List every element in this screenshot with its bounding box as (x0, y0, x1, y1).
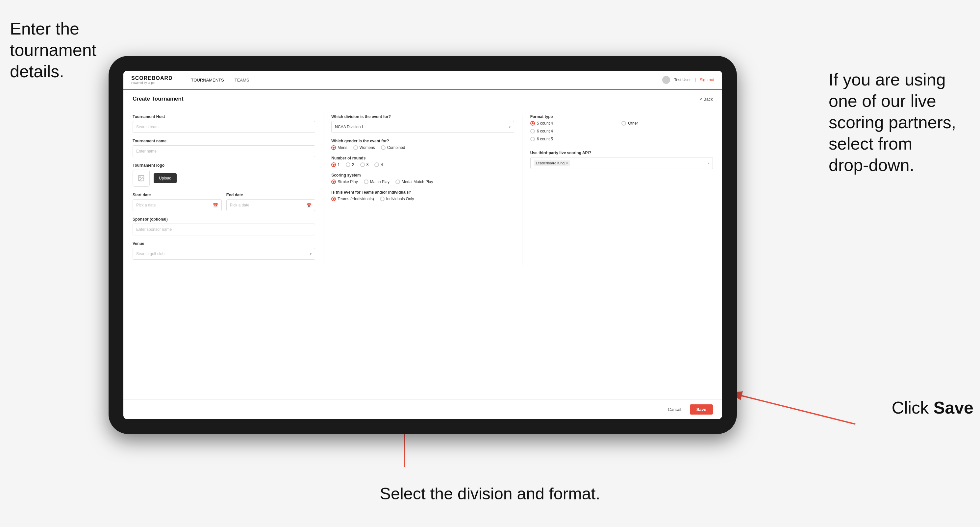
gender-combined-radio[interactable] (381, 145, 385, 150)
end-date-placeholder: Pick a date (230, 203, 249, 208)
venue-select[interactable]: Search golf club ▾ (132, 248, 315, 260)
venue-group: Venue Search golf club ▾ (132, 241, 315, 260)
rounds-radio-group: 1 2 3 4 (331, 162, 514, 167)
scoring-stroke[interactable]: Stroke Play (331, 179, 358, 184)
main-content: Create Tournament Back Tournament Host S… (123, 90, 722, 400)
tablet-screen: SCOREBOARD Powered by Clippi TOURNAMENTS… (123, 71, 722, 419)
navbar-right: Test User | Sign out (662, 76, 714, 84)
scoring-match-label: Match Play (370, 179, 390, 184)
individuals-label: Individuals Only (386, 197, 414, 201)
svg-line-7 (730, 393, 855, 424)
format-other[interactable]: Other (621, 121, 713, 125)
sponsor-group: Sponsor (optional) Enter sponsor name (132, 217, 315, 235)
sign-out-link[interactable]: Sign out (700, 78, 714, 82)
format-5c4-radio[interactable] (530, 121, 535, 125)
logo-placeholder (132, 170, 150, 187)
annotation-top-right: If you are using one of our live scoring… (829, 69, 970, 176)
back-link[interactable]: Back (700, 97, 713, 102)
gender-mens[interactable]: Mens (331, 145, 347, 150)
annotation-bottom-center: Select the division and format. (380, 484, 600, 504)
logo-label: Tournament logo (132, 163, 315, 168)
round-3[interactable]: 3 (360, 162, 369, 167)
round-1-radio[interactable] (331, 162, 336, 167)
nav-teams[interactable]: TEAMS (229, 71, 255, 90)
format-6c5[interactable]: 6 count 5 (530, 137, 622, 141)
format-6c5-label: 6 count 5 (537, 137, 553, 141)
click-save-bold: Save (934, 398, 974, 417)
format-6c5-radio[interactable] (530, 137, 535, 141)
teams-group: Is this event for Teams and/or Individua… (331, 190, 514, 201)
division-label: Which division is the event for? (331, 114, 514, 119)
sponsor-label: Sponsor (optional) (132, 217, 315, 222)
round-4[interactable]: 4 (374, 162, 383, 167)
teams-radio-group: Teams (+Individuals) Individuals Only (331, 197, 514, 201)
cancel-button[interactable]: Cancel (663, 404, 686, 414)
annotation-bottom-right: Click Save (891, 397, 974, 419)
round-4-label: 4 (380, 162, 383, 167)
division-dropdown-icon: ▾ (509, 125, 511, 129)
host-label: Tournament Host (132, 114, 315, 119)
navbar: SCOREBOARD Powered by Clippi TOURNAMENTS… (123, 71, 722, 90)
start-date-input[interactable]: Pick a date 📅 (132, 199, 222, 211)
tag-remove-icon[interactable]: × (566, 161, 568, 165)
host-input[interactable]: Search team (132, 121, 315, 133)
brand-name: SCOREBOARD (131, 75, 173, 81)
sponsor-input[interactable]: Enter sponsor name (132, 224, 315, 235)
form-body: Tournament Host Search team Tournament n… (123, 107, 722, 273)
gender-combined-label: Combined (387, 145, 405, 150)
gender-radio-group: Mens Womens Combined (331, 145, 514, 150)
gender-womens-radio[interactable] (353, 145, 358, 150)
scoring-label: Scoring system (331, 173, 514, 178)
round-1[interactable]: 1 (331, 162, 340, 167)
division-select[interactable]: NCAA Division I ▾ (331, 121, 514, 133)
gender-womens-label: Womens (360, 145, 375, 150)
round-3-radio[interactable] (360, 162, 365, 167)
logo-upload-area: Upload (132, 170, 315, 187)
individuals-radio[interactable] (380, 197, 385, 201)
gender-combined[interactable]: Combined (381, 145, 405, 150)
teams-radio[interactable] (331, 197, 336, 201)
rounds-group: Number of rounds 1 2 (331, 156, 514, 167)
upload-button[interactable]: Upload (154, 173, 177, 183)
form-header: Create Tournament Back (123, 90, 722, 107)
format-6c4[interactable]: 6 count 4 (530, 129, 622, 133)
gender-group: Which gender is the event for? Mens Wome… (331, 139, 514, 150)
scoring-match[interactable]: Match Play (364, 179, 390, 184)
scoring-stroke-radio[interactable] (331, 179, 336, 184)
nav-tournaments[interactable]: TOURNAMENTS (186, 71, 229, 90)
round-2-label: 2 (352, 162, 354, 167)
live-scoring-input[interactable]: Leaderboard King × ▾ (530, 157, 713, 169)
teams-label: Is this event for Teams and/or Individua… (331, 190, 514, 195)
scoring-group: Scoring system Stroke Play Match Play (331, 173, 514, 184)
scoring-medal-radio[interactable] (395, 179, 400, 184)
name-placeholder: Enter name (136, 149, 157, 154)
format-5c4[interactable]: 5 count 4 (530, 121, 622, 125)
round-2-radio[interactable] (346, 162, 350, 167)
format-6c4-radio[interactable] (530, 129, 535, 133)
live-scoring-tag-value: Leaderboard King (536, 161, 565, 165)
round-2[interactable]: 2 (346, 162, 354, 167)
tournament-name-group: Tournament name Enter name (132, 139, 315, 157)
teams-option[interactable]: Teams (+Individuals) (331, 197, 374, 201)
live-scoring-label: Use third-party live scoring API? (530, 151, 713, 155)
gender-mens-radio[interactable] (331, 145, 336, 150)
brand-sub: Powered by Clippi (131, 81, 173, 84)
scoring-match-radio[interactable] (364, 179, 368, 184)
name-input[interactable]: Enter name (132, 145, 315, 157)
tablet: SCOREBOARD Powered by Clippi TOURNAMENTS… (108, 56, 737, 434)
gender-mens-label: Mens (337, 145, 347, 150)
individuals-option[interactable]: Individuals Only (380, 197, 414, 201)
date-row: Start date Pick a date 📅 End date Pick a… (132, 193, 315, 211)
scoring-medal[interactable]: Medal Match Play (395, 179, 433, 184)
navbar-brand: SCOREBOARD Powered by Clippi (131, 75, 173, 84)
save-button[interactable]: Save (690, 404, 713, 414)
format-other-radio[interactable] (621, 121, 626, 125)
start-date-placeholder: Pick a date (136, 203, 156, 208)
round-4-radio[interactable] (374, 162, 379, 167)
gender-womens[interactable]: Womens (353, 145, 375, 150)
end-date-input[interactable]: Pick a date 📅 (226, 199, 315, 211)
start-calendar-icon: 📅 (213, 203, 218, 208)
sponsor-placeholder: Enter sponsor name (136, 227, 172, 232)
rounds-label: Number of rounds (331, 156, 514, 160)
start-date-label: Start date (132, 193, 222, 197)
